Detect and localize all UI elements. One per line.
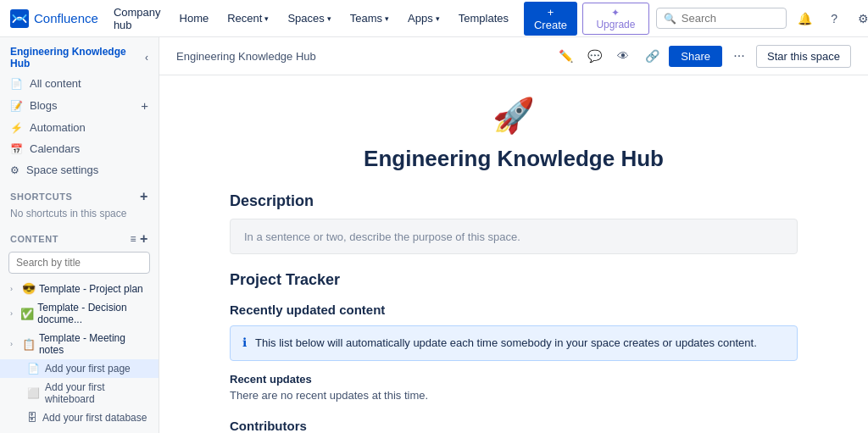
sidebar-item-label: Calendars [30, 142, 80, 155]
search-icon: 🔍 [664, 13, 676, 25]
no-shortcuts-text: No shortcuts in this space [0, 206, 159, 226]
add-first-database[interactable]: 🗄 Add your first database [0, 408, 159, 427]
nav-recent-label: Recent [227, 12, 262, 25]
database-icon: 🗄 [27, 412, 37, 424]
contributors-heading: Contributors [230, 419, 798, 433]
chevron-down-icon: ▾ [436, 14, 440, 23]
edit-icon[interactable]: ✏️ [554, 44, 577, 68]
tree-item-icon: ✅ [20, 308, 34, 320]
add-first-page[interactable]: 📄 Add your first page [0, 359, 159, 378]
nav-right: ✦ Upgrade 🔍 🔔 ? ⚙ U [582, 3, 868, 35]
recently-updated-info-text: This list below will automatically updat… [255, 335, 757, 352]
filter-icon[interactable]: ≡ [131, 233, 137, 245]
sidebar-header: Engineering Knowledge Hub ‹ [0, 37, 159, 73]
sidebar-item-label: All content [30, 77, 81, 90]
content-area: 🚀 Engineering Knowledge Hub Description … [196, 75, 832, 433]
sidebar-item-label: Space settings [26, 164, 98, 176]
description-placeholder: In a sentence or two, describe the purpo… [244, 230, 520, 243]
settings-icon: ⚙ [10, 164, 19, 176]
add-content-icon[interactable]: + [140, 231, 148, 247]
link-icon[interactable]: 🔗 [640, 44, 664, 68]
info-icon: ℹ [242, 336, 247, 349]
recently-updated-heading: Recently updated content [230, 303, 798, 317]
calendar-icon: 📅 [10, 143, 23, 155]
page-icon: 📄 [27, 363, 40, 375]
sidebar-item-label: Blogs [30, 99, 58, 112]
tree-item-label: Template - Project plan [39, 283, 143, 295]
sidebar-search-input[interactable] [8, 252, 150, 274]
recent-updates-label: Recent updates [230, 373, 798, 386]
add-database-label: Add your first database [42, 412, 147, 424]
description-heading: Description [230, 192, 798, 210]
automation-icon: ⚡ [10, 122, 23, 134]
nav-apps[interactable]: Apps▾ [401, 8, 447, 28]
description-box[interactable]: In a sentence or two, describe the purpo… [230, 219, 798, 254]
sidebar-tree-item[interactable]: › 📋 Template - Meeting notes [0, 329, 159, 359]
nav-teams-label: Teams [350, 12, 382, 25]
sidebar-tree-item[interactable]: › 😎 Template - Project plan [0, 279, 159, 298]
no-updates-text: There are no recent updates at this time… [230, 389, 798, 402]
sidebar: Engineering Knowledge Hub ‹ 📄 All conten… [0, 37, 159, 433]
main-content: 🚀 Engineering Knowledge Hub Description … [159, 75, 868, 433]
nav-recent[interactable]: Recent▾ [220, 8, 275, 28]
chevron-down-icon: ▾ [385, 14, 389, 23]
chevron-right-icon: › [10, 285, 19, 293]
nav-templates[interactable]: Templates [452, 8, 515, 28]
nav-home[interactable]: Home [173, 8, 216, 28]
svg-rect-0 [10, 9, 29, 28]
nav-spaces[interactable]: Spaces▾ [281, 8, 337, 28]
settings-icon[interactable]: ⚙ [852, 7, 868, 31]
tree-item-icon: 😎 [22, 282, 36, 295]
add-shortcut-icon[interactable]: + [140, 189, 148, 204]
create-button[interactable]: + Create [524, 2, 577, 36]
shortcuts-label-text: SHORTCUTS [10, 192, 72, 202]
sidebar-collapse-icon[interactable]: ‹ [145, 52, 148, 64]
help-icon[interactable]: ? [823, 7, 846, 31]
breadcrumb-toolbar-bar: Engineering Knowledge Hub ✏️ 💬 👁 🔗 Share… [159, 37, 868, 75]
sidebar-item-blogs[interactable]: 📝 Blogs + [0, 94, 159, 117]
tree-item-label: Template - Decision docume... [37, 302, 152, 325]
sidebar-item-label: Automation [30, 121, 86, 134]
search-input[interactable] [682, 12, 779, 25]
logo-text: Confluence [34, 11, 98, 25]
view-icon[interactable]: 👁 [611, 44, 635, 68]
comment-icon[interactable]: 💬 [582, 44, 606, 68]
nav-teams[interactable]: Teams▾ [343, 8, 396, 28]
page-icon: 🚀 [230, 96, 798, 136]
notifications-icon[interactable]: 🔔 [793, 7, 816, 31]
content-wrapper: Engineering Knowledge Hub ✏️ 💬 👁 🔗 Share… [159, 37, 868, 433]
add-first-whiteboard[interactable]: ⬜ Add your first whiteboard [0, 378, 159, 408]
breadcrumb: Engineering Knowledge Hub [176, 50, 316, 63]
top-nav: Confluence Company hub Home Recent▾ Spac… [0, 0, 868, 37]
tree-item-icon: 📋 [22, 338, 36, 351]
sidebar-item-space-settings[interactable]: ⚙ Space settings [0, 159, 159, 180]
sidebar-space-title[interactable]: Engineering Knowledge Hub [10, 46, 145, 69]
sidebar-item-calendars[interactable]: 📅 Calendars [0, 138, 159, 159]
chevron-down-icon: ▾ [264, 14, 269, 23]
confluence-logo-icon [10, 9, 29, 28]
logo[interactable]: Confluence [10, 9, 98, 28]
rocket-icon: 🚀 [492, 97, 535, 134]
add-whiteboard-label: Add your first whiteboard [45, 381, 152, 405]
tree-item-label: Template - Meeting notes [39, 332, 152, 356]
sidebar-tree-item[interactable]: › ✅ Template - Decision docume... [0, 298, 159, 329]
star-space-button[interactable]: Star this space [756, 45, 851, 68]
nav-apps-label: Apps [408, 12, 433, 25]
search-box[interactable]: 🔍 [656, 8, 787, 29]
add-blog-icon[interactable]: + [141, 98, 148, 113]
nav-company-hub[interactable]: Company hub [107, 3, 168, 35]
share-button[interactable]: Share [669, 46, 722, 67]
page-title: Engineering Knowledge Hub [230, 146, 798, 172]
sidebar-item-automation[interactable]: ⚡ Automation [0, 117, 159, 138]
sidebar-item-all-content[interactable]: 📄 All content [0, 73, 159, 94]
sidebar-search[interactable] [8, 252, 150, 274]
recently-updated-info-box: ℹ This list below will automatically upd… [230, 325, 798, 361]
upgrade-button[interactable]: ✦ Upgrade [582, 3, 649, 35]
tracker-heading: Project Tracker [230, 271, 798, 289]
blog-icon: 📝 [10, 100, 23, 112]
chevron-right-icon: › [10, 309, 17, 318]
chevron-down-icon: ▾ [327, 14, 331, 23]
chevron-right-icon: › [10, 340, 19, 348]
more-options-button[interactable]: ··· [727, 44, 751, 68]
add-page-label: Add your first page [45, 363, 131, 375]
